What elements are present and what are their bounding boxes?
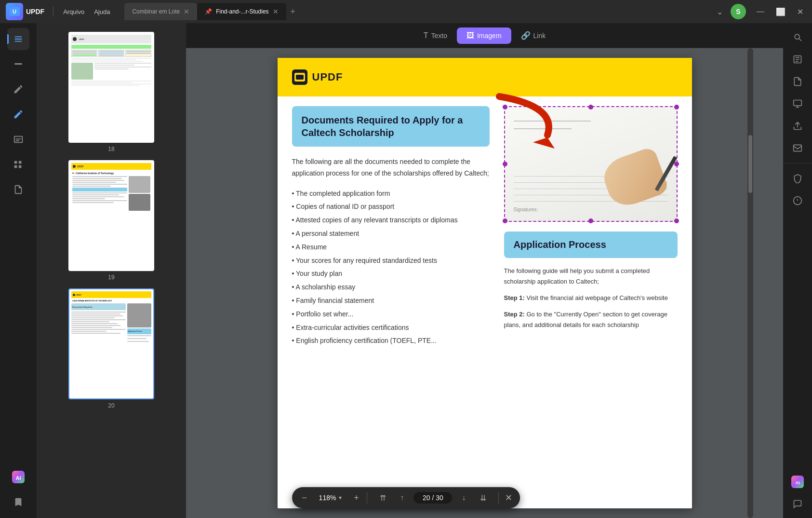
zoom-divider-2 — [498, 492, 499, 504]
sidebar-icon-edit[interactable] — [7, 103, 29, 125]
thumbnail-panel: UPDF — [37, 23, 186, 518]
right-icon-email[interactable] — [788, 139, 807, 157]
step1-label: Step 1: — [504, 294, 525, 301]
tab-find-close[interactable]: ✕ — [273, 8, 279, 15]
zoom-out-button[interactable]: − — [296, 489, 313, 506]
list-item: Your scores for any required standardize… — [292, 254, 490, 268]
user-avatar[interactable]: S — [731, 4, 746, 19]
app-process-title: Application Process — [514, 239, 668, 250]
app-logo: U UPDF — [6, 3, 44, 20]
page-navigation: ⇈ ↑ 20 / 30 ↓ ⇊ — [369, 490, 496, 505]
right-icon-share[interactable] — [788, 117, 807, 135]
right-icon-convert[interactable] — [788, 72, 807, 91]
list-item: A scholarship essay — [292, 281, 490, 294]
tab-combinar-label: Combinar em Lote — [132, 8, 180, 15]
prev-page-button[interactable]: ↑ — [394, 490, 410, 505]
sidebar-icon-minus[interactable] — [7, 53, 29, 75]
thumb-number-20: 20 — [108, 402, 114, 409]
page-updf-logo: UPDF — [292, 69, 343, 85]
sidebar-icon-bookmark[interactable] — [7, 491, 29, 513]
step1-content: Visit the financial aid webpage of Calte… — [526, 294, 667, 301]
new-tab-button[interactable]: + — [286, 5, 300, 18]
close-button[interactable]: ✕ — [794, 6, 806, 17]
thumb-number-18: 18 — [108, 146, 114, 152]
texto-tool[interactable]: T Texto — [414, 27, 457, 44]
list-item: Extra-curricular activities certificatio… — [292, 321, 490, 335]
link-tool[interactable]: 🔗 Link — [511, 27, 556, 44]
step1-text: Step 1: Visit the financial aid webpage … — [504, 293, 678, 303]
zoom-in-button[interactable]: + — [347, 489, 365, 506]
list-item: The completed application form — [292, 187, 490, 201]
link-label: Link — [533, 32, 546, 40]
window-controls: — ⬜ ✕ — [754, 6, 806, 17]
zoom-divider-1 — [367, 492, 367, 504]
list-item: Copies of national ID or passport — [292, 200, 490, 214]
right-icon-search[interactable] — [788, 28, 807, 46]
step2-content: Go to the "Currently Open" section to ge… — [504, 311, 667, 328]
menu-ajuda[interactable]: Ajuda — [89, 6, 115, 17]
texto-label: Texto — [431, 32, 447, 40]
tab-combinar[interactable]: Combinar em Lote ✕ — [124, 3, 197, 20]
right-icon-save[interactable] — [788, 191, 807, 210]
list-item: A Resume — [292, 241, 490, 254]
app-process-intro: The following guide will help you submit… — [504, 266, 678, 287]
thumbnail-18[interactable]: UPDF — [37, 28, 186, 156]
scroll-track[interactable] — [747, 48, 753, 518]
svg-text:AI: AI — [16, 475, 21, 481]
sidebar-icon-annotate[interactable] — [7, 78, 29, 100]
sidebar-icon-forms[interactable] — [7, 178, 29, 201]
maximize-button[interactable]: ⬜ — [773, 6, 788, 17]
thumb-frame-18: UPDF — [68, 32, 154, 143]
sidebar-icon-ai[interactable]: AI — [7, 466, 29, 488]
page-left-column: Documents Required to Apply for a Caltec… — [292, 106, 490, 348]
menu-arquivo[interactable]: Arquivo — [58, 6, 89, 17]
pdf-viewer: T Texto 🖼 Imagem 🔗 Link — [186, 23, 783, 518]
intro-text: The following are all the documents need… — [292, 156, 490, 179]
close-zoom-button[interactable]: ✕ — [501, 490, 516, 505]
next-page-button[interactable]: ↓ — [456, 490, 471, 505]
title-text: Documents Required to Apply for a Caltec… — [302, 114, 480, 139]
right-icon-ocr[interactable] — [788, 50, 807, 68]
svg-text:U: U — [13, 9, 16, 14]
right-icon-comment[interactable] — [788, 495, 807, 513]
thumbnail-19[interactable]: UPDF 4 - California Institute of Technol… — [37, 156, 186, 285]
tabs-area: Combinar em Lote ✕ 📌 Find-and-...r-Studi… — [124, 3, 713, 20]
imagem-tool[interactable]: 🖼 Imagem — [457, 27, 511, 44]
title-box: Documents Required to Apply for a Caltec… — [292, 106, 490, 147]
minimize-button[interactable]: — — [754, 6, 767, 17]
svg-marker-8 — [533, 137, 555, 149]
page-separator: / — [432, 494, 436, 502]
imagem-icon: 🖼 — [466, 31, 474, 40]
title-bar: U UPDF Arquivo Ajuda Combinar em Lote ✕ … — [0, 0, 812, 23]
thumb-number-19: 19 — [108, 274, 114, 281]
scroll-thumb[interactable] — [748, 135, 752, 193]
first-page-button[interactable]: ⇈ — [375, 490, 390, 505]
main-area: AI UPDF — [0, 23, 812, 518]
right-icon-protect[interactable] — [788, 169, 807, 188]
list-item: Family financial statement — [292, 294, 490, 308]
thumbnail-20[interactable]: UPDF CALIFORNIA INSTITUTE OF TECHNOLOGY … — [37, 285, 186, 413]
step2-text: Step 2: Go to the "Currently Open" secti… — [504, 309, 678, 330]
right-icon-ai-chat[interactable]: AI — [788, 473, 807, 491]
imagem-label: Imagem — [477, 32, 502, 40]
zoom-dropdown-button[interactable]: ▾ — [339, 494, 342, 501]
divider — [53, 7, 53, 16]
thumb-frame-20: UPDF CALIFORNIA INSTITUTE OF TECHNOLOGY … — [68, 288, 154, 399]
thumb-frame-19: UPDF 4 - California Institute of Technol… — [68, 160, 154, 271]
texto-icon: T — [424, 31, 428, 40]
pdf-toolbar: T Texto 🖼 Imagem 🔗 Link — [186, 23, 783, 48]
sidebar-icon-pages[interactable] — [7, 128, 29, 150]
last-page-button[interactable]: ⇊ — [475, 490, 491, 505]
thumb-content-19: UPDF 4 - California Institute of Technol… — [69, 161, 153, 270]
sidebar-icon-read[interactable] — [7, 28, 29, 50]
thumb-content-20: UPDF CALIFORNIA INSTITUTE OF TECHNOLOGY … — [69, 289, 153, 398]
right-icon-organize[interactable] — [788, 95, 807, 113]
tabs-dropdown[interactable]: ⌄ — [713, 5, 727, 18]
tab-find[interactable]: 📌 Find-and-...r-Studies ✕ — [197, 3, 286, 20]
sidebar-icon-organize[interactable] — [7, 153, 29, 176]
tab-combinar-close[interactable]: ✕ — [184, 8, 189, 15]
thumb-content-18: UPDF — [69, 33, 153, 142]
list-item: Your study plan — [292, 267, 490, 281]
tab-find-label: Find-and-...r-Studies — [216, 8, 268, 15]
zoom-toolbar: − 118% ▾ + ⇈ ↑ 20 / 30 ↓ ⇊ ✕ — [292, 487, 520, 508]
